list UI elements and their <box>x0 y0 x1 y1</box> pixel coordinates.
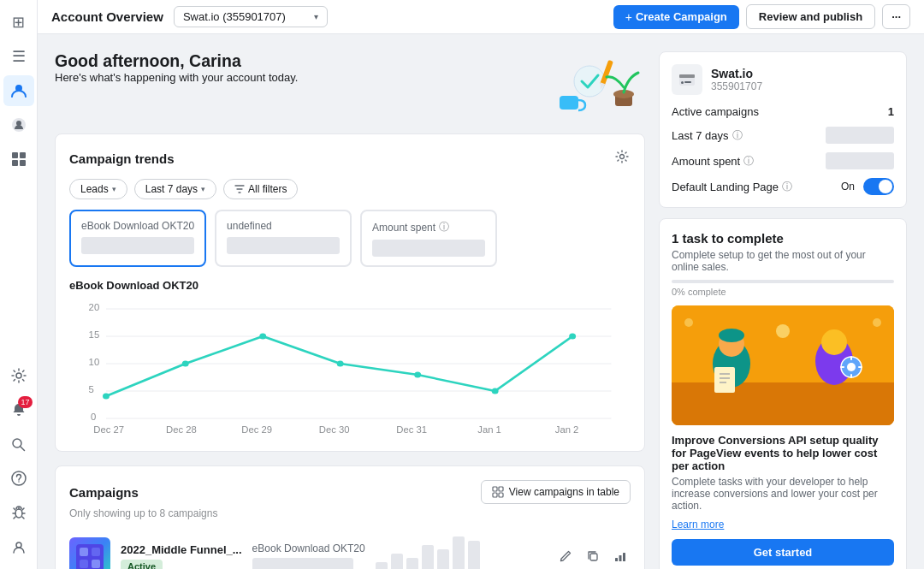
analytics-campaign-button[interactable] <box>610 546 631 569</box>
campaign-actions <box>555 546 631 569</box>
svg-rect-4 <box>20 152 26 158</box>
campaign-trends-title: Campaign trends <box>69 151 175 166</box>
svg-rect-63 <box>672 382 894 425</box>
landing-page-label: Default Landing Page ⓘ <box>672 180 792 194</box>
create-campaign-button[interactable]: + Create Campaign <box>613 5 739 29</box>
metric-card-1[interactable]: undefined <box>215 210 352 267</box>
svg-point-81 <box>873 318 881 327</box>
landing-page-toggle[interactable] <box>863 178 894 195</box>
edit-campaign-button[interactable] <box>555 546 576 569</box>
learn-more-link[interactable]: Learn more <box>672 519 894 530</box>
account-card: Swat.io 355901707 Active campaigns 1 Las… <box>659 51 907 208</box>
sidebar-icon-home[interactable]: ⊞ <box>3 7 34 38</box>
amount-spent-bar <box>826 152 894 169</box>
svg-rect-19 <box>560 96 578 110</box>
progress-bar-bg <box>672 280 894 283</box>
more-options-button[interactable]: ··· <box>882 4 910 29</box>
svg-text:20: 20 <box>89 303 100 312</box>
metric-bar-0 <box>81 237 194 254</box>
settings-button[interactable] <box>613 148 631 169</box>
page-title: Account Overview <box>51 9 163 24</box>
last7days-label: Last 7 days ⓘ <box>672 128 743 143</box>
metric-bar-2 <box>372 240 485 257</box>
sidebar-icon-grid[interactable] <box>3 144 34 175</box>
view-table-label: View campaigns in table <box>509 486 619 498</box>
campaign-metric-label: eBook Download OKT20 <box>252 542 365 554</box>
metrics-row: eBook Download OKT20 undefined Amount sp… <box>69 210 631 267</box>
campaign-row: 2022_Middle Funnel_... Active eBook Down… <box>69 530 631 569</box>
svg-rect-46 <box>499 487 503 491</box>
sidebar-icon-menu[interactable]: ☰ <box>3 41 34 72</box>
days-filter-button[interactable]: Last 7 days ▾ <box>134 179 216 199</box>
leads-chevron-icon: ▾ <box>112 185 116 193</box>
metric-card-2[interactable]: Amount spent ⓘ <box>360 210 497 267</box>
landing-page-info-icon: ⓘ <box>782 180 792 194</box>
trend-chart: 20 15 10 5 0 <box>69 300 631 437</box>
account-chevron-icon: ▾ <box>314 12 318 21</box>
svg-point-74 <box>847 363 856 371</box>
svg-rect-57 <box>623 553 625 561</box>
account-display-name: Swat.io <box>711 67 762 80</box>
account-name-display: Swat.io (355901707) <box>183 10 286 23</box>
svg-rect-50 <box>80 548 88 556</box>
sidebar-icon-help[interactable] <box>3 463 34 494</box>
all-filters-button[interactable]: All filters <box>223 179 298 199</box>
create-campaign-label: Create Campaign <box>636 10 727 23</box>
leads-filter-label: Leads <box>80 183 109 195</box>
svg-text:15: 15 <box>89 330 100 340</box>
filter-icon <box>234 184 245 194</box>
sidebar-icon-search[interactable] <box>3 429 34 459</box>
svg-text:Jan 2: Jan 2 <box>555 425 579 435</box>
sidebar-icon-settings[interactable] <box>3 360 34 391</box>
sidebar-icon-person[interactable] <box>3 75 34 106</box>
duplicate-campaign-button[interactable] <box>583 546 603 569</box>
campaign-trends-card: Campaign trends Leads ▾ L <box>55 133 645 452</box>
view-campaigns-table-button[interactable]: View campaigns in table <box>481 480 631 504</box>
svg-text:Dec 28: Dec 28 <box>166 425 197 435</box>
svg-point-33 <box>259 334 266 340</box>
svg-text:Dec 27: Dec 27 <box>93 425 124 435</box>
svg-point-37 <box>569 334 576 340</box>
campaigns-subtitle: Only showing up to 8 campaigns <box>69 507 631 519</box>
sidebar: ⊞ ☰ 17 <box>0 0 38 569</box>
sidebar-icon-bug[interactable] <box>3 497 34 528</box>
svg-text:10: 10 <box>89 358 100 367</box>
svg-rect-51 <box>92 548 100 556</box>
svg-point-14 <box>574 66 605 97</box>
svg-rect-48 <box>499 493 503 497</box>
metric-label-1: undefined <box>227 220 340 232</box>
metric-card-0[interactable]: eBook Download OKT20 <box>69 210 206 267</box>
task-card-title: Improve Conversions API setup quality fo… <box>672 434 894 472</box>
campaign-metric: eBook Download OKT20 <box>252 542 365 569</box>
account-card-header: Swat.io 355901707 <box>672 64 894 95</box>
card-header: Campaign trends <box>69 148 631 169</box>
svg-rect-3 <box>12 152 18 158</box>
amount-spent-info-icon: ⓘ <box>439 220 449 234</box>
sidebar-icon-notifications[interactable]: 17 <box>3 394 34 425</box>
mini-bar-2 <box>391 554 403 569</box>
campaigns-header: Campaigns View campaigns in table <box>69 480 631 504</box>
svg-point-20 <box>620 155 625 159</box>
mini-bar-1 <box>376 562 388 569</box>
sidebar-icon-account[interactable] <box>3 531 34 562</box>
campaigns-title: Campaigns <box>69 485 139 500</box>
stat-row-amount: Amount spent ⓘ <box>672 152 894 169</box>
greeting-subtext: Here's what's happening with your accoun… <box>55 71 542 84</box>
campaigns-card: Campaigns View campaigns in table Only s… <box>55 465 645 569</box>
greeting-illustration <box>542 51 645 120</box>
get-started-button[interactable]: Get started <box>672 539 894 566</box>
amount-spent-stat-info-icon: ⓘ <box>743 154 754 169</box>
account-selector[interactable]: Swat.io (355901707) ▾ <box>174 6 328 27</box>
leads-filter-button[interactable]: Leads ▾ <box>69 179 127 199</box>
active-campaigns-value: 1 <box>888 105 894 118</box>
plus-icon: + <box>625 10 632 24</box>
svg-line-9 <box>21 447 25 451</box>
svg-point-60 <box>681 81 684 84</box>
sidebar-icon-cloud[interactable] <box>3 110 34 140</box>
task-card: 1 task to complete Complete setup to get… <box>659 218 907 569</box>
notification-badge: 17 <box>18 396 32 408</box>
mini-bar-3 <box>406 558 418 569</box>
topbar: Account Overview Swat.io (355901707) ▾ +… <box>38 0 924 34</box>
last7days-bar <box>826 127 894 144</box>
review-publish-button[interactable]: Review and publish <box>746 4 875 29</box>
